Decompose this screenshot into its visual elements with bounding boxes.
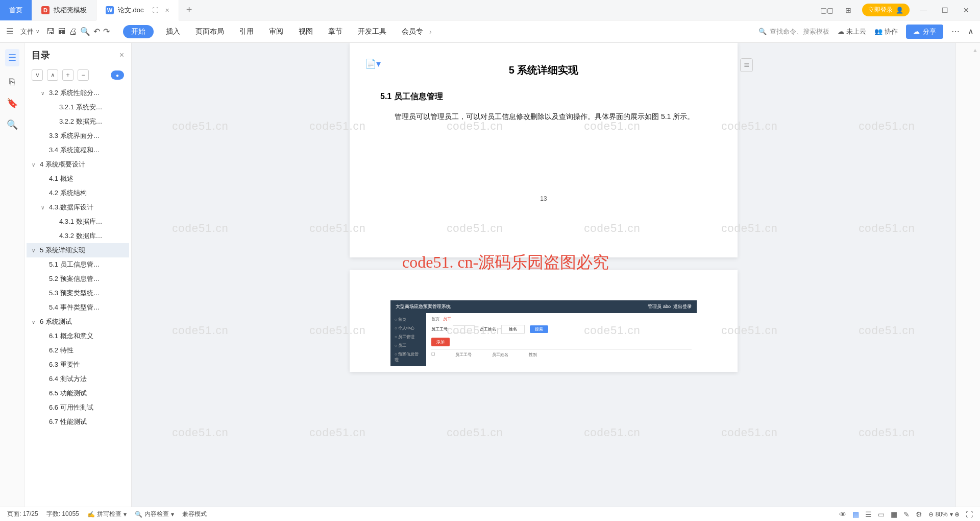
minimize-button[interactable]: — (916, 6, 931, 14)
check-icon: 🔍 (135, 511, 142, 518)
outline-view-icon[interactable]: ☰ (865, 510, 872, 518)
ribbon-tab-3[interactable]: 引用 (236, 25, 257, 38)
outline-item[interactable]: 4.3.1 数据库… (27, 215, 129, 229)
outline-item[interactable]: 6.7 性能测试 (27, 415, 129, 429)
outline-list: ∨3.2 系统性能分…3.2.1 系统安…3.2.2 数据完…3.3 系统界面分… (24, 86, 131, 507)
ribbon-tab-7[interactable]: 开发工具 (355, 25, 389, 38)
redo-icon[interactable]: ↷ (103, 27, 110, 36)
search-icon: 🔍 (758, 28, 767, 35)
outline-item[interactable]: 4.3.2 数据库… (27, 229, 129, 243)
ribbon-tab-6[interactable]: 章节 (325, 25, 346, 38)
document-viewport[interactable]: code51.cncode51.cncode51.cncode51.cncode… (132, 43, 955, 507)
collab-button[interactable]: 👥 协作 (874, 27, 898, 36)
outline-item[interactable]: 3.2.1 系统安… (27, 100, 129, 114)
layout-icon[interactable]: ▢▢ (819, 6, 835, 14)
tab-document[interactable]: W 论文.doc ⛶ × (96, 0, 179, 20)
page-marker-icon[interactable]: 📄▾ (365, 58, 381, 69)
page-view-icon[interactable]: ▤ (852, 510, 859, 518)
outline-item[interactable]: ∨6 系统测试 (27, 315, 129, 329)
page-settings-icon[interactable]: ≡ (740, 58, 753, 72)
outline-item[interactable]: ∨3.2 系统性能分… (27, 86, 129, 100)
more-icon[interactable]: ⋯ (951, 27, 960, 36)
cloud-status[interactable]: ☁ 未上云 (838, 27, 866, 36)
sync-toggle[interactable]: ● (111, 70, 124, 80)
outline-item[interactable]: 3.4 系统流程和… (27, 143, 129, 157)
content-check-button[interactable]: 🔍内容检查 ▾ (135, 510, 174, 518)
ribbon-tab-0[interactable]: 开始 (123, 25, 154, 38)
word-count[interactable]: 字数: 10055 (46, 510, 79, 518)
outline-item[interactable]: 4.1 概述 (27, 172, 129, 186)
login-button[interactable]: 立即登录 👤 (862, 4, 910, 16)
outline-title: 目录 (32, 49, 50, 61)
menu-icon[interactable]: ☰ (6, 27, 13, 36)
outline-item[interactable]: 6.5 功能测试 (27, 386, 129, 400)
outline-item[interactable]: 5.3 预案类型统… (27, 286, 129, 300)
outline-item[interactable]: ∨4 系统概要设计 (27, 157, 129, 172)
settings-icon[interactable]: ⚙ (916, 510, 922, 518)
page-indicator[interactable]: 页面: 17/25 (7, 510, 38, 518)
ribbon-tabs: 开始插入页面布局引用审阅视图章节开发工具会员专 (123, 25, 426, 38)
ribbon-tab-8[interactable]: 会员专 (399, 25, 426, 38)
screen-icon[interactable]: ⛶ (152, 7, 158, 14)
heading-2: 5.1 员工信息管理 (380, 91, 707, 102)
saveas-icon[interactable]: 🖬 (58, 27, 66, 36)
tools-icon[interactable]: ✎ (903, 510, 910, 518)
command-search[interactable]: 🔍 查找命令、搜索模板 (758, 27, 829, 36)
spellcheck-icon: ✍ (87, 511, 95, 518)
compat-mode[interactable]: 兼容模式 (182, 510, 207, 518)
ribbon-tab-5[interactable]: 视图 (296, 25, 316, 38)
ribbon-tab-1[interactable]: 插入 (163, 25, 183, 38)
outline-item[interactable]: 4.2 系统结构 (27, 186, 129, 200)
file-menu[interactable]: 文件 ∨ (16, 25, 43, 38)
save-icon[interactable]: 🖫 (46, 27, 55, 36)
tab-home[interactable]: 首页 (0, 0, 32, 20)
remove-heading-icon[interactable]: − (78, 69, 89, 81)
ribbon-more-icon[interactable]: › (429, 28, 432, 36)
web-view-icon[interactable]: ▦ (891, 510, 897, 518)
scrollbar-up-icon[interactable]: ▲ (972, 47, 978, 53)
tab-templates[interactable]: D 找稻壳模板 (32, 0, 96, 20)
outline-close-icon[interactable]: × (119, 51, 124, 60)
ribbon-tab-4[interactable]: 审阅 (266, 25, 286, 38)
bookmark-icon[interactable]: 🔖 (7, 98, 18, 109)
print-icon[interactable]: 🖨 (69, 27, 77, 36)
outline-item[interactable]: 6.2 特性 (27, 343, 129, 358)
outline-item[interactable]: 6.3 重要性 (27, 358, 129, 372)
maximize-button[interactable]: ☐ (937, 6, 952, 14)
outline-item[interactable]: ∨4.3.数据库设计 (27, 200, 129, 215)
zoom-control[interactable]: ⊖ 80% ▾ ⊕ (928, 511, 960, 518)
outline-item[interactable]: 5.1 员工信息管… (27, 257, 129, 272)
close-button[interactable]: ✕ (959, 6, 974, 14)
add-heading-icon[interactable]: + (62, 69, 74, 81)
outline-item[interactable]: 6.6 可用性测试 (27, 400, 129, 415)
read-view-icon[interactable]: ▭ (878, 510, 885, 518)
eye-icon[interactable]: 👁 (839, 510, 846, 518)
outline-icon[interactable]: ☰ (5, 49, 19, 66)
collapse-icon[interactable]: ∧ (968, 27, 974, 36)
apps-icon[interactable]: ⊞ (841, 6, 856, 14)
expand-all-icon[interactable]: ∧ (47, 69, 58, 81)
outline-item[interactable]: ∨5 系统详细实现 (27, 243, 129, 257)
statusbar: 页面: 17/25 字数: 10055 ✍拼写检查 ▾ 🔍内容检查 ▾ 兼容模式… (0, 507, 980, 521)
outline-panel: 目录 × ∨ ∧ + − ● ∨3.2 系统性能分…3.2.1 系统安…3.2.… (24, 43, 132, 507)
outline-item[interactable]: 6.1 概念和意义 (27, 329, 129, 343)
close-icon[interactable]: × (165, 6, 169, 14)
outline-item[interactable]: 5.4 事件类型管… (27, 300, 129, 315)
preview-icon[interactable]: 🔍 (80, 27, 90, 36)
outline-item[interactable]: 3.2.2 数据完… (27, 114, 129, 129)
undo-icon[interactable]: ↶ (93, 27, 100, 36)
ribbon-tab-2[interactable]: 页面布局 (192, 25, 227, 38)
left-rail: ☰ ⎘ 🔖 🔍 (0, 43, 24, 507)
new-tab-button[interactable]: + (179, 4, 200, 16)
watermark-banner: code51. cn-源码乐园盗图必究 (402, 251, 609, 274)
outline-item[interactable]: 6.4 测试方法 (27, 372, 129, 386)
find-icon[interactable]: 🔍 (7, 119, 18, 130)
collapse-all-icon[interactable]: ∨ (32, 69, 43, 81)
outline-item[interactable]: 3.3 系统界面分… (27, 129, 129, 143)
sections-icon[interactable]: ⎘ (9, 77, 15, 87)
spellcheck-button[interactable]: ✍拼写检查 ▾ (87, 510, 127, 518)
fullscreen-icon[interactable]: ⛶ (966, 510, 973, 518)
share-button[interactable]: ☁ 分享 (906, 25, 943, 39)
outline-item[interactable]: 5.2 预案信息管… (27, 272, 129, 286)
share-icon: ☁ (913, 28, 920, 35)
